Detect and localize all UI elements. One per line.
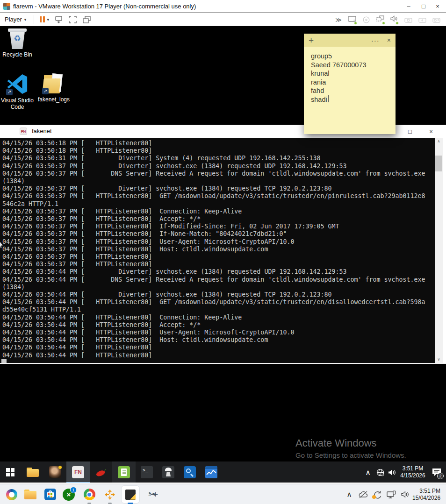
send-to-device-button[interactable] <box>52 14 65 25</box>
window-title: flarevm - VMware Workstation 17 Player (… <box>13 3 196 10</box>
update-status-dot <box>372 495 376 499</box>
revert-button-disabled <box>416 14 429 25</box>
start-button[interactable] <box>0 461 21 483</box>
vm-clock[interactable]: 3:51 PM 4/15/2026 <box>398 465 427 479</box>
chevrons-icon: ≫ <box>335 16 341 23</box>
fakenet-app-icon: FN <box>20 128 27 135</box>
text-cursor <box>328 95 329 102</box>
taskbar-terminal[interactable]: >_ <box>137 461 157 483</box>
no-internet-globe-icon[interactable] <box>374 461 386 483</box>
show-toolbar-button[interactable]: ≫ <box>331 14 345 25</box>
desktop-icon-label: fakenet_logs <box>36 96 71 103</box>
terminal-log-line: 04/15/26 03:50:44 PM [ HTTPListener80] A… <box>2 321 435 329</box>
taskbar-process-monitor[interactable] <box>201 461 222 483</box>
note-close-icon[interactable]: × <box>387 36 391 44</box>
fakenet-maximize-button[interactable]: □ <box>400 125 420 138</box>
fakenet-close-button[interactable]: × <box>421 125 441 138</box>
device-status-toolbar: ≫ <box>331 13 443 26</box>
notepad-plus-plus-icon <box>118 466 130 478</box>
terminal-log-line: 04/15/26 03:50:44 PM [ HTTPListener80] <box>2 344 435 351</box>
host-volume-icon[interactable] <box>398 484 412 504</box>
host-vmware-player-active[interactable] <box>122 486 139 503</box>
note-line: shadi <box>311 95 396 104</box>
terminal-log-line: (1384) <box>2 284 435 291</box>
host-clock[interactable]: 3:51 PM 15/04/2026 <box>412 488 446 502</box>
host-chrome-button[interactable] <box>80 486 98 503</box>
fullscreen-icon <box>69 16 77 23</box>
unity-mode-button[interactable] <box>80 14 94 25</box>
sync-update-icon[interactable] <box>370 484 384 504</box>
terminal-log-line: 04/15/26 03:50:44 PM [ DNS Server] Recei… <box>2 276 435 284</box>
vm-taskbar: FN >_ ∧ <box>0 461 446 483</box>
status-dot <box>354 21 357 25</box>
cd-device-button[interactable] <box>360 14 373 25</box>
snapshot-manager-button-disabled <box>430 14 443 25</box>
host-snipping-tool[interactable]: ✂ + <box>143 486 161 503</box>
recycle-bin-icon: ♻ <box>7 28 27 50</box>
hard-disk-device-button[interactable] <box>345 14 359 25</box>
scrollbar-thumb[interactable] <box>435 156 442 171</box>
desktop-icon-fakenet-logs[interactable]: N ↗ fakenet_logs <box>36 73 71 103</box>
screen: flarevm - VMware Workstation 17 Player (… <box>0 0 446 504</box>
notification-badge: 2 <box>437 473 444 479</box>
volume-icon[interactable] <box>386 461 398 483</box>
taskbar-search-tool[interactable] <box>180 461 200 483</box>
vm-time: 3:51 PM <box>398 465 427 472</box>
terminal-log-line: 04/15/26 03:50:37 PM [ DNS Server] Recei… <box>2 170 435 177</box>
host-file-explorer[interactable] <box>22 486 39 503</box>
desktop-icon-vscode[interactable]: ↗ Visual Studio Code <box>0 73 35 110</box>
onedrive-paused-icon[interactable] <box>356 484 370 504</box>
terminal-log-line: 04/15/26 03:50:37 PM [ HTTPListener80] G… <box>2 192 435 200</box>
note-menu-icon[interactable]: ··· <box>371 36 380 44</box>
terminal-log-line: 04/15/26 03:50:37 PM [ HTTPListener80] A… <box>2 215 435 223</box>
scroll-down-arrow[interactable]: ∨ <box>435 356 443 363</box>
fullscreen-button[interactable] <box>66 14 79 25</box>
network-device-button[interactable] <box>374 14 387 25</box>
camera-back-icon <box>418 17 426 23</box>
host-microsoft-store[interactable] <box>41 486 59 503</box>
desktop-icon-recycle-bin[interactable]: ♻ Recycle Bin <box>0 28 35 58</box>
shortcut-arrow-icon: ↗ <box>42 88 49 94</box>
host-time: 3:51 PM <box>412 488 440 495</box>
action-center-button[interactable]: 2 <box>427 461 446 483</box>
maximize-button[interactable]: □ <box>416 0 431 13</box>
terminal-log-line: d55e40cf5131 HTTP/1.1 <box>2 306 435 313</box>
host-vmware-button[interactable] <box>101 486 119 503</box>
taskbar-cyberchef[interactable] <box>158 461 179 483</box>
vmware-arrows-icon <box>104 489 115 500</box>
copilot-icon <box>6 489 17 500</box>
terminal-log-line: 04/15/26 03:50:37 PM [ HTTPListener80] I… <box>2 230 435 238</box>
vmware-logo-icon <box>3 3 10 10</box>
minimize-button[interactable]: – <box>401 0 416 13</box>
host-copilot-button[interactable] <box>3 486 21 503</box>
vmware-titlebar: flarevm - VMware Workstation 17 Player (… <box>0 0 446 13</box>
taskbar-fakenet-active[interactable]: FN <box>66 461 90 483</box>
suspend-vm-button[interactable]: ▾ <box>37 16 52 22</box>
scroll-up-arrow[interactable]: ∧ <box>435 138 443 145</box>
sticky-note-header[interactable]: + ··· × <box>304 34 396 47</box>
new-note-icon[interactable]: + <box>309 36 314 45</box>
chevron-down-icon: ▾ <box>24 17 27 22</box>
fakenet-terminal[interactable]: 04/15/26 03:50:18 PM [ HTTPListener80]04… <box>0 138 435 363</box>
windows-logo-icon <box>6 468 14 476</box>
taskbar-pepper-tool[interactable] <box>91 461 111 483</box>
tray-chevron-up[interactable]: ∧ <box>362 461 374 483</box>
sticky-note-body[interactable]: group5Saeed 767000073krunalraniafahdshad… <box>304 47 396 104</box>
taskbar-flarevm[interactable] <box>45 461 65 483</box>
close-button[interactable]: × <box>430 0 445 13</box>
folder-icon <box>27 468 39 477</box>
host-xbox-button[interactable]: × 1 <box>60 486 78 503</box>
terminal-log-line: 04/15/26 03:50:37 PM [ Diverter] svchost… <box>2 163 435 170</box>
sound-device-button[interactable] <box>388 14 401 25</box>
terminal-log-line: 04/15/26 03:50:44 PM [ HTTPListener80] U… <box>2 329 435 336</box>
note-line: group5 <box>311 52 396 61</box>
xbox-icon: × 1 <box>63 489 75 501</box>
player-menu-button[interactable]: Player ▾ <box>0 13 31 26</box>
recycle-symbol-icon: ♻ <box>7 34 27 43</box>
host-tray-chevron-up[interactable]: ∧ <box>342 484 356 504</box>
terminal-scrollbar[interactable]: ∧ ∨ <box>435 138 443 363</box>
terminal-log-line: 04/15/26 03:50:18 PM [ HTTPListener80] <box>2 147 435 155</box>
taskbar-notepad-plus-plus[interactable] <box>112 461 136 483</box>
network-display-icon[interactable] <box>384 484 398 504</box>
taskbar-file-explorer[interactable] <box>22 461 43 483</box>
